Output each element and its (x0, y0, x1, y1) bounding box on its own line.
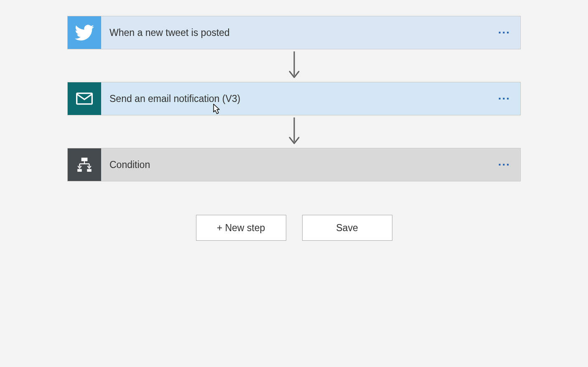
trigger-step-card[interactable]: When a new tweet is posted ··· (67, 16, 521, 49)
new-step-button[interactable]: + New step (196, 215, 286, 241)
action-step-label: Send an email notification (V3) (101, 93, 488, 104)
button-row: + New step Save (67, 215, 521, 241)
connector-arrow-1 (67, 49, 521, 82)
action-step-card[interactable]: Send an email notification (V3) ··· (67, 82, 521, 115)
email-icon (68, 82, 101, 115)
svg-rect-8 (77, 169, 82, 172)
arrow-down-icon (288, 51, 300, 80)
flow-designer: When a new tweet is posted ··· Send an e… (67, 16, 521, 241)
arrow-down-icon (288, 117, 300, 146)
condition-step-card[interactable]: Condition ··· (67, 148, 521, 181)
svg-rect-9 (87, 169, 92, 172)
connector-arrow-2 (67, 115, 521, 148)
save-button[interactable]: Save (302, 215, 392, 241)
trigger-step-label: When a new tweet is posted (101, 27, 488, 38)
condition-step-label: Condition (101, 159, 488, 171)
condition-icon (68, 148, 101, 181)
twitter-icon (68, 16, 101, 49)
svg-rect-3 (81, 158, 88, 161)
